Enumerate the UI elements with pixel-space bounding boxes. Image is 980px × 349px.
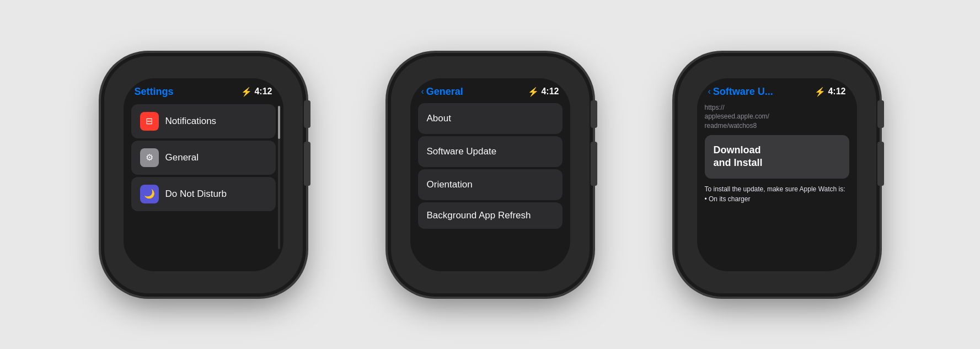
software-update-label: Software Update bbox=[427, 146, 497, 157]
update-content: https://appleseed.apple.com/readme/watch… bbox=[697, 101, 857, 271]
status-right-3: ⚡ 4:12 bbox=[815, 87, 845, 97]
dnd-icon: 🌙 bbox=[140, 185, 159, 203]
download-install-label: Downloadand Install bbox=[714, 144, 840, 170]
watch-2: ‹ General ⚡ 4:12 About Software Update O… bbox=[363, 20, 617, 329]
scrollbar-1 bbox=[278, 106, 280, 249]
notifications-icon: ⊟ bbox=[140, 112, 159, 131]
screen-title-3: Software U... bbox=[713, 86, 773, 98]
general-label: General bbox=[165, 152, 199, 163]
dnd-item[interactable]: 🌙 Do Not Disturb bbox=[131, 177, 276, 211]
status-right-2: ⚡ 4:12 bbox=[528, 87, 559, 97]
notifications-item[interactable]: ⊟ Notifications bbox=[131, 104, 276, 138]
watch-3: ‹ Software U... ⚡ 4:12 https://appleseed… bbox=[650, 20, 904, 329]
back-arrow-2[interactable]: ‹ bbox=[421, 87, 424, 96]
status-bar-2: ‹ General ⚡ 4:12 bbox=[410, 78, 570, 101]
battery-bolt-2: ⚡ bbox=[528, 87, 539, 97]
status-bar-1: Settings ⚡ 4:12 bbox=[124, 78, 283, 101]
background-refresh-label: Background App Refresh bbox=[427, 210, 531, 221]
screen-title-1: Settings bbox=[135, 86, 174, 98]
install-description: To install the update, make sure Apple W… bbox=[705, 184, 849, 204]
software-update-item[interactable]: Software Update bbox=[418, 136, 563, 167]
watch-screen-1: Settings ⚡ 4:12 ⊟ Notifications bbox=[124, 78, 283, 271]
time-3: 4:12 bbox=[828, 87, 845, 96]
battery-bolt-3: ⚡ bbox=[815, 87, 826, 97]
menu-list-1: ⊟ Notifications ⚙ General 🌙 Do Not Distu… bbox=[124, 101, 283, 271]
background-refresh-item[interactable]: Background App Refresh bbox=[418, 202, 563, 229]
general-icon: ⚙ bbox=[140, 148, 159, 167]
general-menu: About Software Update Orientation Backgr… bbox=[410, 101, 570, 271]
status-bar-3: ‹ Software U... ⚡ 4:12 bbox=[697, 78, 857, 101]
about-label: About bbox=[427, 113, 451, 124]
about-item[interactable]: About bbox=[418, 103, 563, 134]
back-arrow-3[interactable]: ‹ bbox=[708, 87, 711, 96]
orientation-label: Orientation bbox=[427, 179, 473, 190]
download-install-button[interactable]: Downloadand Install bbox=[705, 135, 849, 179]
dnd-label: Do Not Disturb bbox=[165, 189, 227, 200]
url-text: https://appleseed.apple.com/readme/watch… bbox=[705, 101, 849, 135]
watch-screen-2: ‹ General ⚡ 4:12 About Software Update O… bbox=[410, 78, 570, 271]
watch-body-3: ‹ Software U... ⚡ 4:12 https://appleseed… bbox=[678, 56, 876, 293]
screen-title-2: General bbox=[426, 86, 463, 98]
orientation-item[interactable]: Orientation bbox=[418, 169, 563, 200]
battery-bolt-1: ⚡ bbox=[241, 87, 252, 97]
status-right-1: ⚡ 4:12 bbox=[241, 87, 272, 97]
watch-body-1: Settings ⚡ 4:12 ⊟ Notifications bbox=[104, 56, 303, 293]
general-item[interactable]: ⚙ General bbox=[131, 141, 276, 175]
watch-body-2: ‹ General ⚡ 4:12 About Software Update O… bbox=[391, 56, 590, 293]
notifications-label: Notifications bbox=[165, 116, 217, 127]
back-wrap-3: ‹ Software U... bbox=[708, 86, 773, 98]
watch-1: Settings ⚡ 4:12 ⊟ Notifications bbox=[77, 20, 330, 329]
back-wrap-2: ‹ General bbox=[421, 86, 463, 98]
watch-screen-3: ‹ Software U... ⚡ 4:12 https://appleseed… bbox=[697, 78, 857, 271]
time-2: 4:12 bbox=[541, 87, 559, 96]
time-1: 4:12 bbox=[254, 87, 272, 96]
scrollbar-thumb-1 bbox=[278, 106, 280, 139]
